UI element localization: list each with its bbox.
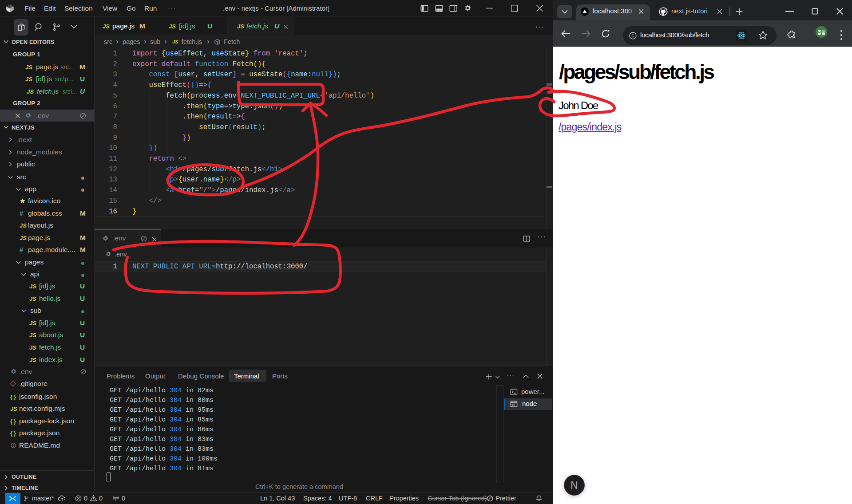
svg-text:c:\: c:\ bbox=[512, 403, 515, 406]
